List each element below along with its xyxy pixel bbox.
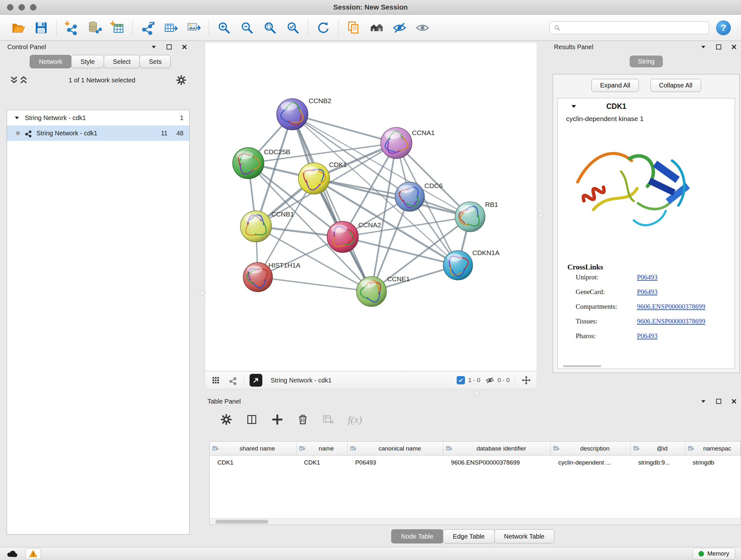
selected-checkbox-icon[interactable]: [457, 376, 465, 384]
tab-node-table[interactable]: Node Table: [391, 530, 443, 543]
splitter-grip-left[interactable]: [200, 291, 205, 295]
network-row[interactable]: String Network - cdk1 11 48: [7, 125, 189, 141]
tab-style[interactable]: Style: [71, 55, 104, 68]
network-node-ccnb1[interactable]: [240, 211, 272, 242]
network-node-cdk1[interactable]: [298, 163, 330, 194]
network-node-ccna2[interactable]: [327, 221, 358, 253]
network-node-ccne1[interactable]: [356, 276, 387, 307]
network-options-gear-icon[interactable]: [176, 74, 187, 86]
apply-layout-icon[interactable]: [314, 18, 333, 37]
table-row[interactable]: CDK1 CDK1 P06493 9606.ENSP00000378699 cy…: [210, 455, 741, 470]
help-icon[interactable]: ?: [716, 20, 731, 35]
column-header-description[interactable]: description: [550, 442, 630, 455]
zoom-out-icon[interactable]: [238, 18, 256, 37]
hide-selected-icon[interactable]: [390, 18, 409, 37]
delete-column-icon[interactable]: [295, 412, 311, 428]
export-table-icon[interactable]: [161, 18, 180, 37]
horizontal-scrollbar-thumb[interactable]: [563, 365, 601, 367]
collection-expand-icon[interactable]: [14, 115, 20, 121]
network-graph[interactable]: CCNB2CCNA1CDC25BCDK1CDC6RB1CCNB1CCNA2CDK…: [205, 43, 537, 371]
tab-select[interactable]: Select: [104, 55, 140, 68]
network-canvas[interactable]: CCNB2CCNA1CDC25BCDK1CDC6RB1CCNB1CCNA2CDK…: [205, 42, 537, 371]
panel-menu-icon[interactable]: [149, 43, 158, 51]
add-column-icon[interactable]: [269, 412, 285, 428]
search-input[interactable]: [564, 24, 705, 31]
table-menu-icon[interactable]: [699, 397, 708, 406]
network-node-cdc6[interactable]: [395, 182, 424, 211]
warnings-button[interactable]: [25, 548, 41, 559]
network-edge[interactable]: [292, 114, 372, 292]
crosslink-link-uniprot[interactable]: P06493: [637, 273, 657, 281]
function-builder-icon[interactable]: f(x): [348, 414, 362, 426]
results-close-icon[interactable]: [730, 43, 738, 51]
crosslink-link-genecard[interactable]: P06493: [637, 288, 657, 296]
crosslink-link-tissues[interactable]: 9606.ENSP00000378699: [637, 317, 705, 325]
import-network-from-file-icon[interactable]: [62, 18, 81, 37]
pan-move-icon[interactable]: [520, 374, 532, 386]
table-options-gear-icon[interactable]: [218, 412, 234, 428]
show-hidden-icon[interactable]: [413, 18, 432, 37]
column-header-name[interactable]: name: [296, 442, 348, 455]
table-float-icon[interactable]: [714, 397, 723, 406]
cloud-icon[interactable]: [6, 549, 18, 558]
panel-close-icon[interactable]: [180, 43, 189, 51]
cybrowser-home-icon[interactable]: [367, 18, 386, 37]
panel-float-icon[interactable]: [165, 43, 174, 51]
tab-string[interactable]: String: [630, 56, 663, 67]
tab-network-table[interactable]: Network Table: [494, 530, 554, 543]
birds-eye-view-icon[interactable]: [210, 374, 222, 386]
collapse-all-button[interactable]: Collapse All: [650, 79, 701, 92]
column-header-canonical-name[interactable]: canonical name: [347, 442, 443, 455]
crosslink-link-compartments[interactable]: 9606.ENSP00000378699: [637, 303, 705, 311]
cell-namespace[interactable]: stringdb: [685, 459, 741, 466]
tab-network[interactable]: Network: [30, 55, 71, 68]
network-node-cdkn1a[interactable]: [443, 251, 473, 280]
import-network-from-database-icon[interactable]: [85, 18, 104, 37]
column-header-database-identifier[interactable]: database identifier: [443, 442, 550, 455]
tab-sets[interactable]: Sets: [139, 55, 171, 68]
network-edge[interactable]: [258, 277, 372, 292]
hidden-eye-icon[interactable]: [485, 376, 494, 385]
results-float-icon[interactable]: [714, 43, 723, 51]
expand-all-button[interactable]: Expand All: [591, 79, 639, 92]
network-collection-row[interactable]: String Network - cdk1 1: [7, 110, 189, 125]
cell-name[interactable]: CDK1: [296, 459, 348, 466]
minimize-window-button[interactable]: [18, 4, 25, 10]
cell-id[interactable]: stringdb:9...: [630, 459, 685, 466]
crosslink-link-pharos[interactable]: P06493: [637, 332, 657, 340]
column-header-shared-name[interactable]: shared name: [210, 442, 296, 455]
expand-all-networks-icon[interactable]: [9, 75, 19, 85]
export-image-icon[interactable]: [185, 18, 203, 37]
table-close-icon[interactable]: [730, 397, 738, 406]
column-header-id[interactable]: @id: [630, 442, 685, 455]
splitter-grip-right[interactable]: [538, 213, 543, 218]
network-node-ccna1[interactable]: [381, 127, 412, 159]
zoom-fit-icon[interactable]: [261, 18, 279, 37]
maximize-window-button[interactable]: [30, 4, 37, 10]
cell-canonical-name[interactable]: P06493: [347, 459, 443, 466]
detach-view-icon[interactable]: [250, 374, 262, 387]
cell-shared-name[interactable]: CDK1: [210, 459, 296, 466]
table-horizontal-scrollbar[interactable]: [210, 518, 741, 524]
scrollbar-thumb[interactable]: [215, 520, 268, 523]
collapse-all-networks-icon[interactable]: [19, 75, 28, 85]
memory-button[interactable]: Memory: [692, 548, 735, 559]
zoom-selected-icon[interactable]: [284, 18, 302, 37]
tab-edge-table[interactable]: Edge Table: [443, 530, 495, 543]
zoom-in-icon[interactable]: [215, 18, 233, 37]
network-node-rb1[interactable]: [455, 202, 485, 232]
new-network-from-selection-icon[interactable]: [138, 18, 157, 37]
close-window-button[interactable]: [7, 4, 13, 10]
column-header-namespace[interactable]: namespac: [685, 442, 741, 455]
cell-description[interactable]: cyclin-dependent ...: [550, 459, 630, 466]
cell-database-identifier[interactable]: 9606.ENSP00000378699: [443, 459, 550, 466]
show-columns-icon[interactable]: [244, 412, 260, 428]
results-menu-icon[interactable]: [699, 43, 708, 51]
splitter-grip-bottom[interactable]: [474, 391, 479, 395]
snapshot-icon[interactable]: [344, 18, 363, 37]
open-session-icon[interactable]: [9, 18, 27, 37]
import-table-from-file-icon[interactable]: [108, 18, 127, 37]
protein-collapse-icon[interactable]: [570, 103, 577, 110]
network-node-ccnb2[interactable]: [277, 99, 308, 130]
network-node-cdc25b[interactable]: [232, 147, 264, 179]
